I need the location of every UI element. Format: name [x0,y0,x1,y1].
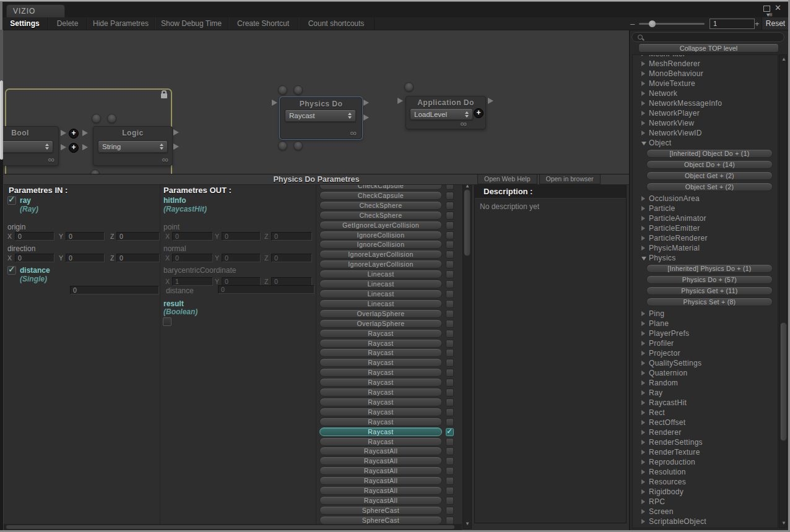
tree-item-particleemitter[interactable]: ParticleEmitter [633,223,778,233]
node-port[interactable] [293,85,303,95]
tree-item-playerprefs[interactable]: PlayerPrefs [633,328,778,338]
method-checkbox[interactable] [446,330,454,338]
method-button-raycastall[interactable]: RaycastAll [319,476,442,485]
output-arrow-icon[interactable] [363,114,369,121]
tree-item-networkplayer[interactable]: NetworkPlayer [633,108,778,118]
tree-item-network[interactable]: Network [633,88,778,98]
close-window-icon[interactable]: ✕ [775,3,781,13]
toolbar-button-hide-parametres[interactable]: Hide Parametres [87,17,155,30]
method-checkbox[interactable] [446,388,454,397]
tree-button-physics-set-8[interactable]: Physics Set + (8) [646,298,773,306]
logic-dropdown[interactable]: String [98,140,168,153]
tree-item-projector[interactable]: Projector [633,348,778,358]
tree-item-ping[interactable]: Ping [633,309,778,319]
method-button-raycast[interactable]: Raycast [319,358,442,367]
output-arrow-icon[interactable] [488,98,493,104]
method-button-checksphere[interactable]: CheckSphere [319,201,442,210]
method-button-raycast[interactable]: Raycast [319,348,442,357]
vizio-tab[interactable]: VIZIO [6,4,65,17]
method-checkbox[interactable] [446,270,454,278]
method-checkbox[interactable] [446,497,454,505]
scroll-down-icon[interactable]: ▼ [781,521,786,526]
method-button-ignorecollision[interactable]: IgnoreCollision [319,231,442,239]
tree-item-raycasthit[interactable]: RaycastHit [633,398,778,408]
tree-item-meshrenderer[interactable]: MeshRenderer [633,59,778,69]
node-port[interactable] [293,141,303,150]
lock-icon[interactable] [161,93,167,98]
zoom-slider-thumb[interactable] [649,20,656,27]
method-checkbox[interactable] [446,349,454,357]
add-connection-button[interactable]: + [69,129,79,139]
tree-item-profiler[interactable]: Profiler [633,338,778,348]
infinity-icon[interactable]: ∞ [162,154,168,165]
tree-item-rpc[interactable]: RPC [633,497,778,507]
tree-button-object-do-14[interactable]: Object Do + (14) [646,160,773,169]
method-checkbox[interactable] [446,467,454,475]
method-button-raycastall[interactable]: RaycastAll [319,457,442,465]
method-checkbox[interactable] [446,340,454,348]
zoom-value-field[interactable]: 1 [710,19,755,29]
tree-item-networkview[interactable]: NetworkView [633,118,778,128]
node-port[interactable] [107,114,116,123]
node-port[interactable] [278,85,287,95]
method-button-ignorelayercollision[interactable]: IgnoreLayerCollision [319,250,442,259]
origin-x-field[interactable]: 0 [15,232,54,241]
open-web-help-tab[interactable]: Open Web Help [477,174,537,184]
open-in-browser-tab[interactable]: Open in browser [539,174,601,184]
infinity-icon[interactable]: ∞ [350,127,357,138]
node-port[interactable] [92,114,101,123]
method-button-raycastall[interactable]: RaycastAll [319,486,442,495]
toolbar-button-delete[interactable]: Delete [48,17,87,30]
method-checkbox[interactable] [446,212,454,220]
method-checkbox[interactable] [446,428,454,436]
tree-item-rendertexture[interactable]: RenderTexture [633,447,778,457]
tree-item-physicmaterial[interactable]: PhysicMaterial [633,243,778,253]
method-checkbox[interactable] [446,192,454,200]
origin-y-field[interactable]: 0 [66,232,105,241]
method-button-raycast[interactable]: Raycast [319,329,442,338]
tree-item-renderer[interactable]: Renderer [633,427,778,437]
method-checkbox[interactable] [446,231,454,239]
distance-value-field[interactable]: 0 [70,286,159,294]
methods-scrollbar[interactable]: ▲ ▼ [462,181,472,529]
method-button-checksphere[interactable]: CheckSphere [319,211,442,220]
node-logic[interactable]: Logic String ∞ [93,126,173,166]
zoom-in-button[interactable]: + [755,19,760,28]
origin-z-field[interactable]: 0 [116,232,160,241]
method-button-raycast[interactable]: Raycast [319,378,442,387]
tree-item-reproduction[interactable]: Reproduction [633,457,778,467]
infinity-icon[interactable]: ∞ [460,118,467,129]
method-button-linecast[interactable]: Linecast [319,270,442,278]
method-button-raycast[interactable]: Raycast [319,398,442,406]
method-button-raycast[interactable]: Raycast [319,368,442,377]
tree-item-resolution[interactable]: Resolution [633,467,778,477]
add-connection-button[interactable]: + [69,143,79,153]
tree-button-physics-do-57[interactable]: Physics Do + (57) [646,275,773,284]
infinity-icon[interactable]: ∞ [48,154,54,165]
method-button-raycast[interactable]: Raycast [319,339,442,348]
search-input[interactable] [632,32,784,42]
method-button-raycast[interactable]: Raycast [319,418,442,426]
method-button-raycast[interactable]: Raycast [319,437,442,446]
node-physics-do[interactable]: Physics Do Raycast ∞ [280,97,362,139]
tree-item-monobehaviour[interactable]: MonoBehaviour [633,69,778,79]
tree-item-rect[interactable]: Rect [633,408,778,418]
tree-item-physics[interactable]: Physics [633,253,778,263]
tree-item-scriptableobject[interactable]: ScriptableObject [633,517,778,526]
tree-item-screen[interactable]: Screen [633,507,778,517]
method-button-ignorelayercollision[interactable]: IgnoreLayerCollision [319,260,442,268]
tree-item-occlusionarea[interactable]: OcclusionArea [633,194,778,204]
tree-item-quaternion[interactable]: Quaternion [633,368,778,378]
input-arrow-icon[interactable] [397,98,403,104]
method-button-linecast[interactable]: Linecast [319,290,442,298]
zoom-out-button[interactable]: – [630,19,635,28]
output-arrow-icon[interactable] [173,129,179,135]
canvas-scrollbar-thumb[interactable] [0,80,3,160]
method-checkbox[interactable] [446,260,454,268]
method-button-raycast[interactable]: Raycast [319,427,442,436]
method-checkbox[interactable] [446,477,454,485]
method-checkbox[interactable] [446,447,454,455]
input-arrow-icon[interactable] [272,100,277,106]
scroll-down-icon[interactable]: ▼ [465,521,470,526]
direction-x-field[interactable]: 0 [15,254,54,262]
